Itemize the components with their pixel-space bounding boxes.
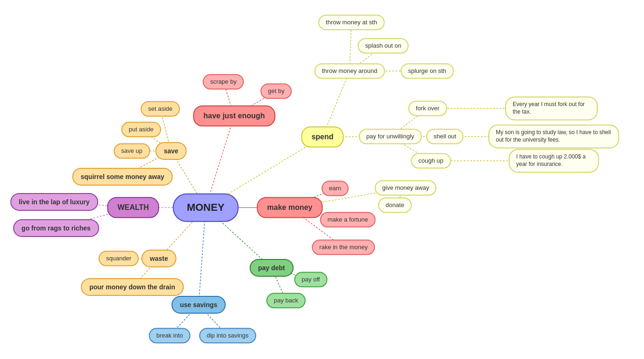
- set-aside-node: set aside: [141, 101, 180, 117]
- make-money-node: make money: [257, 197, 323, 218]
- make-fortune-node: make a fortune: [320, 212, 376, 228]
- shell-out-node: shell out: [426, 129, 464, 144]
- pay-debt-node: pay debt: [250, 259, 293, 277]
- throw-at-node: throw money at sth: [318, 15, 385, 30]
- pay-unwill-node: pay for unwillingly: [359, 129, 422, 144]
- ex-shell-node: My son is going to study law, so I have …: [488, 124, 619, 148]
- pour-money-node: pour money down the drain: [81, 278, 184, 296]
- splurge-node: splurge on sth: [401, 64, 454, 79]
- give-away-node: give money away: [375, 180, 436, 196]
- live-lap-node: live in the lap of luxury: [10, 193, 98, 211]
- save-up-node: save up: [114, 144, 150, 159]
- mindmap-canvas: MONEYWEALTHlive in the lap of luxurygo f…: [0, 0, 644, 359]
- spend-node: spend: [301, 127, 343, 148]
- squander-node: squander: [99, 251, 139, 266]
- save-node: save: [155, 142, 186, 160]
- donate-node: donate: [378, 198, 412, 213]
- pay-back-node: pay back: [266, 293, 306, 309]
- waste-node: waste: [142, 250, 177, 267]
- wealth-node: WEALTH: [107, 197, 159, 218]
- ex-fork-node: Every year I must fork out for the tax.: [505, 96, 598, 120]
- cough-up-node: cough up: [411, 153, 451, 169]
- break-into-node: break into: [149, 328, 190, 344]
- rags-node: go from rags to riches: [13, 219, 99, 237]
- money-node: MONEY: [173, 194, 239, 222]
- pay-off-node: pay off: [294, 272, 328, 287]
- have-just-node: have just enough: [193, 106, 275, 127]
- squirrel-node: squirrel some money away: [72, 168, 173, 186]
- throw-around-node: throw money around: [315, 64, 385, 79]
- put-aside-node: put aside: [122, 122, 161, 137]
- earn-node: earn: [322, 181, 349, 196]
- use-savings-node: use savings: [172, 296, 226, 314]
- splash-node: splash out on: [358, 38, 408, 54]
- get-by-node: get by: [260, 84, 292, 99]
- scrape-by-node: scrape by: [203, 74, 244, 90]
- rake-node: rake in the money: [312, 240, 375, 255]
- dip-into-node: dip into savings: [199, 328, 256, 344]
- fork-over-node: fork over: [408, 101, 447, 116]
- svg-line-32: [199, 208, 206, 305]
- ex-cough-node: I have to cough up 2.000$ a year for ins…: [509, 149, 599, 172]
